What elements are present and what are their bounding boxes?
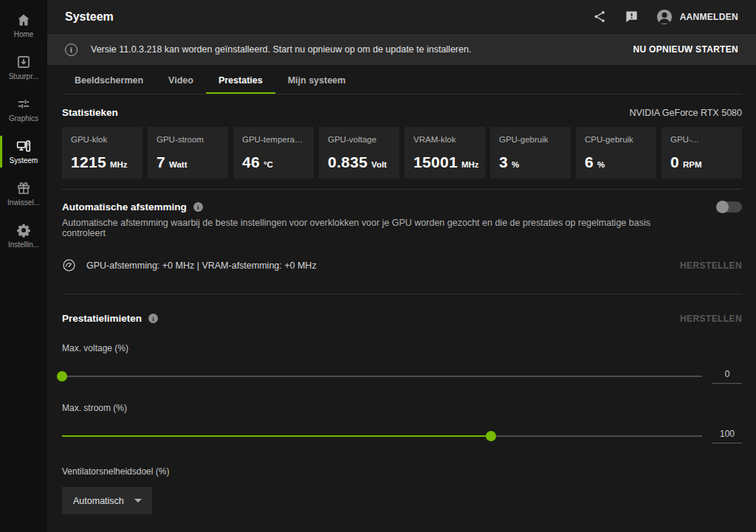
update-banner: i Versie 11.0.3.218 kan worden geïnstall… [47,34,756,65]
slider-thumb[interactable] [486,431,496,441]
sidebar-item-stuurpr[interactable]: Stuurpr... [0,46,47,89]
stat-card-unit: % [597,160,605,169]
section-divider [62,294,742,294]
fan-speed-selected: Automatisch [73,496,124,506]
statistics-title: Statistieken [62,107,118,118]
slider-group: Max. voltage (%) 0 [62,343,742,384]
stat-card-label: GPU-gebruik [499,135,562,144]
info-icon[interactable]: i [193,202,203,212]
stat-card-label: CPU-gebruik [585,135,647,144]
restart-now-button[interactable]: NU OPNIEUW STARTEN [633,44,738,55]
share-icon[interactable] [593,10,607,24]
stat-card: VRAM-klok 15001 MHz [405,127,485,179]
stat-card-unit: RPM [683,160,702,169]
stat-card: CPU-gebruik 6 % [576,127,656,179]
chevron-down-icon [134,499,142,502]
stat-card: GPU-gebruik 3 % [490,127,571,179]
tab-mijn-systeem[interactable]: Mijn systeem [275,69,359,94]
stat-card: GPU-klok 1215 MHz [62,127,142,179]
tab-beeldschermen[interactable]: Beeldschermen [62,69,156,94]
sidebar-item-label: Graphics [9,114,38,122]
stat-card-value: 0.835 [328,153,368,171]
slider[interactable] [62,431,702,441]
stat-card-label: GPU-temperatuur [242,135,305,144]
restore-button[interactable]: HERSTELLEN [680,314,742,324]
sidebar-item-instellin[interactable]: Instellin... [0,215,47,257]
slider-group: Max. stroom (%) 100 [62,403,742,443]
system-pc-icon [16,139,31,153]
statistics-header: Statistieken NVIDIA GeForce RTX 5080 [62,107,742,118]
gauge-icon [62,258,76,272]
sidebar: Home Stuurpr... Graphics Systeem Inwisse… [0,0,47,532]
stat-card-value: 1215 [71,153,106,171]
sidebar-item-label: Inwissel... [7,198,40,207]
sidebar-item-systeem[interactable]: Systeem [0,131,47,173]
nvidia-app-window: Home Stuurpr... Graphics Systeem Inwisse… [0,0,756,532]
tab-video[interactable]: Video [156,69,206,94]
stat-card-value: 46 [242,153,260,171]
stat-card-unit: Watt [169,160,187,169]
stat-card-unit: % [512,160,519,169]
stat-card-unit: °C [264,160,273,169]
update-message: Versie 11.0.3.218 kan worden geïnstallee… [91,44,471,55]
auto-tuning-toggle[interactable] [717,201,742,213]
avatar-icon [656,9,673,25]
sign-in-button[interactable]: AANMELDEN [656,9,738,25]
sign-in-label: AANMELDEN [680,12,738,22]
stat-card: GPU-voltage 0.835 Volt [319,127,399,179]
sidebar-item-home[interactable]: Home [0,4,47,46]
page-title: Systeem [65,10,114,24]
auto-tuning-section: Automatische afstemming i Automatische a… [62,201,742,294]
fan-speed-label: Ventilatorsnelheidsdoel (%) [62,466,742,477]
sidebar-item-label: Stuurpr... [9,72,39,80]
sidebar-item-inwissel[interactable]: Inwissel... [0,173,47,215]
auto-tuning-description: Automatische afstemming waarbij de beste… [62,218,742,238]
content-area: Beeldschermen Video Prestaties Mijn syst… [47,65,756,532]
fan-speed-dropdown[interactable]: Automatisch [62,487,152,514]
info-icon[interactable]: i [148,314,158,323]
sliders-container: Max. voltage (%) 0 Max. stroom (%) [62,343,742,443]
stat-card-label: GPU-... [670,135,733,144]
slider-value-field[interactable]: 0 [712,369,742,384]
tuning-offsets: GPU-afstemming: +0 MHz | VRAM-afstemming… [86,260,317,271]
driver-download-icon [16,55,31,69]
slider[interactable] [62,371,702,381]
stat-card-value: 15001 [413,153,458,171]
gear-icon [16,223,31,238]
top-header: Systeem AANMELDEN [47,0,756,34]
stat-card-label: GPU-voltage [328,135,391,144]
sidebar-item-label: Systeem [10,156,38,165]
slider-value-field[interactable]: 100 [712,429,742,443]
home-icon [16,13,31,27]
stat-card-label: GPU-klok [71,135,134,144]
toggle-knob [716,201,729,213]
auto-tuning-title: Automatische afstemming [62,201,187,213]
restore-button[interactable]: HERSTELLEN [680,260,742,271]
header-actions: AANMELDEN [593,9,738,25]
stat-card-value: 7 [157,153,165,171]
feedback-icon[interactable] [625,10,639,24]
sidebar-item-graphics[interactable]: Graphics [0,89,47,131]
stat-card-unit: Volt [371,160,387,169]
stat-card-unit: MHz [461,160,479,169]
performance-limits-title: Prestatielimieten [62,313,142,324]
tab-bar: Beeldschermen Video Prestaties Mijn syst… [62,69,742,94]
stat-card-label: GPU-stroom [157,135,219,144]
stat-card-label: VRAM-klok [413,135,476,144]
section-divider [62,189,742,190]
sidebar-item-label: Home [14,30,34,38]
slider-label: Max. voltage (%) [62,343,742,353]
stat-card: GPU-stroom 7 Watt [148,127,228,179]
slider-label: Max. stroom (%) [62,403,742,413]
performance-limits-section: Prestatielimieten i HERSTELLEN Max. volt… [62,313,742,514]
slider-thumb[interactable] [57,371,67,381]
sliders-icon [16,97,31,111]
tab-prestaties[interactable]: Prestaties [206,69,275,94]
gift-icon [16,181,31,196]
sidebar-item-label: Instellin... [8,241,39,249]
stat-card-unit: MHz [110,160,128,169]
stat-card-value: 0 [670,153,679,171]
stat-card: GPU-... 0 RPM [662,127,742,179]
stat-card: GPU-temperatuur 46 °C [233,127,314,179]
stat-card-value: 3 [499,153,508,171]
